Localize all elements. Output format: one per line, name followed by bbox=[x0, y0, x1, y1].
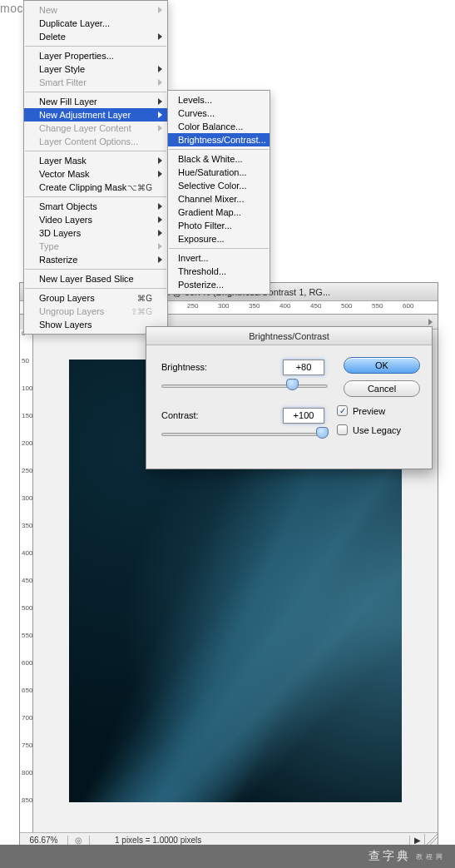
slider-thumb[interactable] bbox=[286, 379, 299, 390]
dialog-buttons: OK Cancel bbox=[344, 357, 420, 397]
ok-button[interactable]: OK bbox=[344, 357, 420, 374]
chevron-right-icon bbox=[158, 157, 162, 164]
menu-item-label: 3D Layers bbox=[39, 228, 81, 238]
menu-item-label: Photo Filter... bbox=[178, 221, 232, 231]
ruler-tick-label: 450 bbox=[22, 577, 32, 584]
menu-item[interactable]: Delete bbox=[24, 30, 167, 43]
menu-item[interactable]: Gradient Map... bbox=[168, 206, 270, 219]
menu-item: Change Layer Content bbox=[24, 122, 167, 135]
menu-item[interactable]: Vector Mask bbox=[24, 167, 167, 181]
menu-item[interactable]: Levels... bbox=[168, 93, 270, 107]
menu-item[interactable]: Exposure... bbox=[168, 232, 270, 246]
menu-item-label: Change Layer Content bbox=[39, 123, 131, 133]
menu-item-label: Ungroup Layers bbox=[39, 306, 104, 316]
chevron-right-icon bbox=[158, 243, 162, 250]
preview-checkbox[interactable]: ✓ Preview bbox=[337, 405, 420, 416]
cancel-button[interactable]: Cancel bbox=[344, 380, 420, 397]
menu-item-label: Video Layers bbox=[39, 215, 92, 225]
menu-item: Smart Filter bbox=[24, 76, 167, 89]
dialog-options: ✓ Preview Use Legacy bbox=[337, 405, 420, 435]
menu-item-label: Smart Objects bbox=[39, 201, 97, 211]
brightness-contrast-dialog[interactable]: Brightness/Contrast Brightness: Contrast… bbox=[146, 326, 433, 469]
contrast-input[interactable] bbox=[283, 408, 324, 424]
zoom-field[interactable]: 66.67% bbox=[20, 836, 68, 845]
menu-item[interactable]: Posterize... bbox=[168, 278, 270, 291]
ruler-tick-label: 650 bbox=[22, 687, 32, 694]
new-adjustment-layer-submenu[interactable]: Levels...Curves...Color Balance...Bright… bbox=[167, 90, 270, 295]
menu-item-label: New Fill Layer bbox=[39, 97, 97, 107]
contrast-slider[interactable] bbox=[161, 427, 328, 442]
chevron-right-icon bbox=[158, 112, 162, 118]
chevron-right-icon bbox=[158, 256, 162, 263]
ruler-tick-label: 450 bbox=[310, 302, 321, 310]
menu-item-label: Posterize... bbox=[178, 280, 224, 290]
menu-item[interactable]: Layer Properties... bbox=[24, 49, 167, 62]
chevron-right-icon bbox=[158, 125, 162, 131]
chevron-right-icon bbox=[158, 33, 162, 40]
menu-item[interactable]: Hue/Saturation... bbox=[168, 166, 270, 179]
menu-item[interactable]: Create Clipping Mask⌥⌘G bbox=[24, 181, 167, 194]
menu-item[interactable]: New Adjustment Layer bbox=[24, 108, 167, 122]
menu-item-label: New bbox=[39, 5, 57, 15]
menu-item-label: Color Balance... bbox=[178, 122, 243, 131]
menu-item-label: Threshold... bbox=[178, 266, 226, 276]
checkbox-icon bbox=[337, 424, 348, 435]
menu-item[interactable]: Selective Color... bbox=[168, 179, 270, 192]
ruler-tick-label: 550 bbox=[372, 302, 383, 310]
use-legacy-checkbox[interactable]: Use Legacy bbox=[337, 424, 420, 435]
menu-item: Ungroup Layers⇧⌘G bbox=[24, 305, 167, 318]
menu-item-label: Curves... bbox=[178, 108, 215, 118]
menu-item-label: Type bbox=[39, 241, 59, 251]
menu-item[interactable]: 3D Layers bbox=[24, 226, 167, 240]
status-menu-icon[interactable]: ▶ bbox=[409, 836, 424, 845]
ruler-vertical[interactable]: 0501001502002503003504004505005506006507… bbox=[20, 330, 33, 832]
layer-menu[interactable]: NewDuplicate Layer...DeleteLayer Propert… bbox=[23, 0, 168, 335]
menu-item-label: Layer Mask bbox=[39, 156, 87, 166]
menu-item[interactable]: Video Layers bbox=[24, 213, 167, 226]
menu-shortcut: ⌘G bbox=[137, 294, 152, 303]
menu-item[interactable]: Invert... bbox=[168, 251, 270, 265]
chevron-right-icon bbox=[428, 319, 433, 325]
ruler-tick-label: 600 bbox=[22, 659, 32, 667]
status-info[interactable]: 1 pixels = 1.0000 pixels bbox=[90, 836, 409, 845]
slider-thumb[interactable] bbox=[316, 427, 329, 439]
menu-item[interactable]: Threshold... bbox=[168, 265, 270, 278]
menu-item[interactable]: Brightness/Contrast... bbox=[168, 133, 270, 146]
menu-item[interactable]: Color Balance... bbox=[168, 120, 270, 133]
menu-item-label: Levels... bbox=[178, 95, 212, 105]
use-legacy-label: Use Legacy bbox=[353, 425, 401, 435]
menu-item[interactable]: Duplicate Layer... bbox=[24, 17, 167, 30]
dialog-title[interactable]: Brightness/Contrast bbox=[146, 327, 432, 345]
menu-separator bbox=[169, 149, 269, 150]
contrast-label: Contrast: bbox=[161, 410, 226, 420]
ruler-tick-label: 600 bbox=[403, 302, 413, 310]
menu-item[interactable]: Layer Mask bbox=[24, 154, 167, 167]
ruler-tick-label: 250 bbox=[187, 302, 198, 310]
menu-item[interactable]: Channel Mixer... bbox=[168, 192, 270, 206]
brightness-slider[interactable] bbox=[161, 379, 328, 394]
menu-item-label: Hue/Saturation... bbox=[178, 167, 247, 177]
menu-item[interactable]: Rasterize bbox=[24, 253, 167, 266]
menu-item[interactable]: New Layer Based Slice bbox=[24, 272, 167, 285]
menu-shortcut: ⇧⌘G bbox=[131, 307, 152, 316]
menu-item-label: Exposure... bbox=[178, 234, 225, 244]
menu-item[interactable]: Curves... bbox=[168, 107, 270, 120]
menu-item[interactable]: Smart Objects bbox=[24, 200, 167, 213]
menu-separator bbox=[25, 269, 166, 270]
menu-item[interactable]: New Fill Layer bbox=[24, 95, 167, 108]
menu-item[interactable]: Group Layers⌘G bbox=[24, 291, 167, 305]
status-nav-icon[interactable]: ◎ bbox=[68, 836, 90, 845]
chevron-right-icon bbox=[158, 216, 162, 223]
menu-item-label: Layer Style bbox=[39, 64, 85, 74]
ruler-tick-label: 250 bbox=[22, 467, 32, 474]
menu-item[interactable]: Black & White... bbox=[168, 152, 270, 166]
menu-item-label: New Adjustment Layer bbox=[39, 110, 131, 120]
menu-item-label: Group Layers bbox=[39, 293, 95, 303]
ruler-tick-label: 550 bbox=[22, 632, 32, 639]
ruler-tick-label: 500 bbox=[22, 604, 32, 612]
menu-item[interactable]: Layer Style bbox=[24, 62, 167, 76]
menu-separator bbox=[25, 151, 166, 151]
menu-item-label: Channel Mixer... bbox=[178, 194, 244, 204]
brightness-input[interactable] bbox=[283, 360, 324, 375]
menu-item[interactable]: Photo Filter... bbox=[168, 219, 270, 232]
